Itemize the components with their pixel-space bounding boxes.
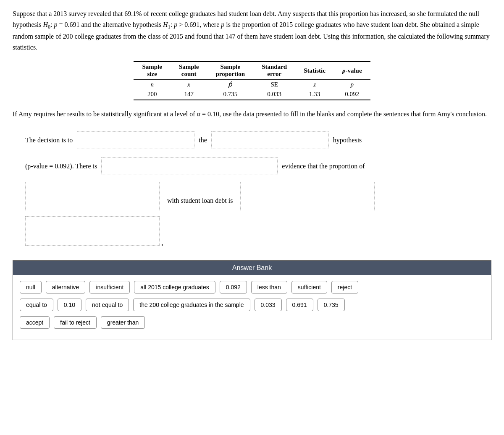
- subheader-n: n: [134, 80, 171, 89]
- chip-insufficient[interactable]: insufficient: [89, 281, 130, 293]
- col-header-proportion: Sampleproportion: [207, 61, 253, 80]
- chip-0092[interactable]: 0.092: [220, 281, 247, 293]
- val-p: 0.092: [334, 89, 370, 100]
- chip-alternative[interactable]: alternative: [46, 281, 86, 293]
- chip-010[interactable]: 0.10: [58, 299, 81, 311]
- col-header-se: Standarderror: [253, 61, 295, 80]
- val-x: 147: [171, 89, 207, 100]
- subheader-p: p: [334, 80, 370, 89]
- chip-fail-to-reject[interactable]: fail to reject: [54, 316, 97, 329]
- chip-0735[interactable]: 0.735: [318, 299, 345, 311]
- intro-paragraph: Suppose that a 2013 survey revealed that…: [13, 8, 491, 52]
- chip-all-2015[interactable]: all 2015 college graduates: [134, 281, 215, 293]
- answer-row-3: accept fail to reject greater than: [20, 316, 484, 329]
- s3-middle: with student loan debt is: [164, 195, 236, 206]
- period: .: [161, 239, 163, 247]
- col-header-pvalue: p-value: [334, 61, 370, 80]
- answer-row-1: null alternative insufficient all 2015 c…: [20, 281, 484, 293]
- s1-the: the: [199, 135, 207, 146]
- s2-suffix: evidence that the proportion of: [282, 161, 365, 172]
- chip-sufficient[interactable]: sufficient: [291, 281, 327, 293]
- sentence-2: (p-value = 0.092). There is evidence tha…: [25, 156, 491, 177]
- s2-prefix: (p-value = 0.092). There is: [25, 161, 97, 172]
- subheader-se: SE: [253, 80, 295, 89]
- answer-row-2: equal to 0.10 not equal to the 200 colle…: [20, 299, 484, 311]
- answer-bank-body: null alternative insufficient all 2015 c…: [13, 275, 491, 340]
- chip-200-graduates[interactable]: the 200 college graduates in the sample: [133, 299, 250, 311]
- col-header-count: Samplecount: [171, 61, 207, 80]
- blank-decision[interactable]: [77, 131, 194, 149]
- chip-not-equal-to[interactable]: not equal to: [86, 299, 129, 311]
- subheader-z: z: [295, 80, 334, 89]
- blank-evidence-type[interactable]: [101, 157, 278, 175]
- chip-greater-than[interactable]: greater than: [101, 316, 145, 329]
- chip-less-than[interactable]: less than: [251, 281, 287, 293]
- chip-0691[interactable]: 0.691: [286, 299, 313, 311]
- stats-table: Samplesize Samplecount Sampleproportion …: [134, 61, 370, 100]
- col-header-size: Samplesize: [134, 61, 171, 80]
- sentence-3-row: with student loan debt is: [25, 182, 491, 211]
- chip-accept[interactable]: accept: [20, 316, 50, 329]
- chip-equal-to[interactable]: equal to: [20, 299, 53, 311]
- s1-prefix: The decision is to: [25, 135, 73, 146]
- fill-in-area: The decision is to the hypothesis (p-val…: [25, 130, 491, 248]
- chip-0033[interactable]: 0.033: [255, 299, 282, 311]
- col-header-statistic: Statistic: [295, 61, 334, 80]
- instructions-text: If Amy requires her results to be statis…: [13, 109, 491, 120]
- subheader-x: x: [171, 80, 207, 89]
- chip-null[interactable]: null: [20, 281, 42, 293]
- subheader-phat: p̂: [207, 80, 253, 89]
- blank-comparison-value[interactable]: [240, 182, 375, 211]
- val-se: 0.033: [253, 89, 295, 100]
- sentence-4-row: .: [25, 216, 491, 248]
- val-phat: 0.735: [207, 89, 253, 100]
- s1-suffix: hypothesis: [333, 135, 362, 146]
- answer-bank: Answer Bank null alternative insufficien…: [13, 260, 491, 340]
- val-n: 200: [134, 89, 171, 100]
- chip-reject[interactable]: reject: [331, 281, 358, 293]
- blank-direction[interactable]: [25, 216, 160, 246]
- sentence-1: The decision is to the hypothesis: [25, 130, 491, 151]
- val-z: 1.33: [295, 89, 334, 100]
- blank-hypothesis-type[interactable]: [211, 131, 329, 149]
- answer-bank-header: Answer Bank: [13, 261, 491, 275]
- blank-graduates-group[interactable]: [25, 182, 160, 211]
